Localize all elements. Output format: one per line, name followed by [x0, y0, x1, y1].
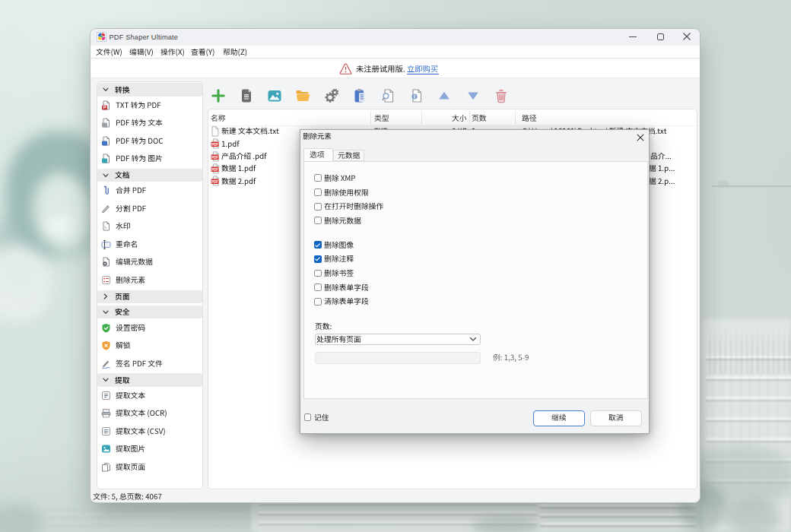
svg-text:PDF: PDF: [211, 180, 218, 184]
svg-text:PDF: PDF: [211, 167, 218, 171]
svg-text:P: P: [103, 105, 106, 109]
svg-text:PDF: PDF: [211, 155, 218, 159]
svg-text:PDF: PDF: [211, 143, 218, 147]
